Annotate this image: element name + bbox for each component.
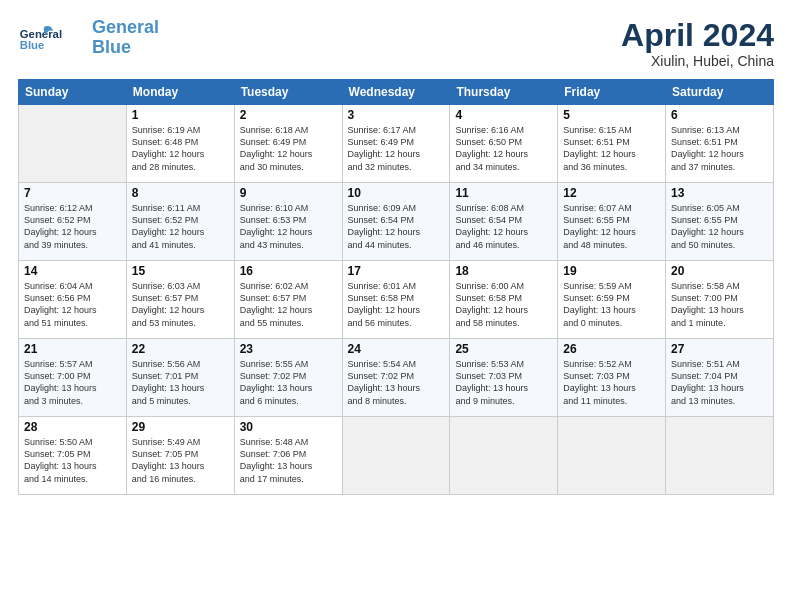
calendar-cell: 12Sunrise: 6:07 AM Sunset: 6:55 PM Dayli…	[558, 183, 666, 261]
weekday-header-tuesday: Tuesday	[234, 80, 342, 105]
calendar-cell	[342, 417, 450, 495]
cell-info: Sunrise: 6:03 AM Sunset: 6:57 PM Dayligh…	[132, 280, 229, 329]
day-number: 17	[348, 264, 445, 278]
day-number: 14	[24, 264, 121, 278]
day-number: 28	[24, 420, 121, 434]
day-number: 4	[455, 108, 552, 122]
calendar-table: SundayMondayTuesdayWednesdayThursdayFrid…	[18, 79, 774, 495]
calendar-cell: 11Sunrise: 6:08 AM Sunset: 6:54 PM Dayli…	[450, 183, 558, 261]
cell-info: Sunrise: 5:55 AM Sunset: 7:02 PM Dayligh…	[240, 358, 337, 407]
weekday-header-saturday: Saturday	[666, 80, 774, 105]
cell-info: Sunrise: 6:04 AM Sunset: 6:56 PM Dayligh…	[24, 280, 121, 329]
cell-info: Sunrise: 6:08 AM Sunset: 6:54 PM Dayligh…	[455, 202, 552, 251]
calendar-cell	[666, 417, 774, 495]
calendar-cell: 18Sunrise: 6:00 AM Sunset: 6:58 PM Dayli…	[450, 261, 558, 339]
title-block: April 2024 Xiulin, Hubei, China	[621, 18, 774, 69]
cell-info: Sunrise: 5:53 AM Sunset: 7:03 PM Dayligh…	[455, 358, 552, 407]
day-number: 2	[240, 108, 337, 122]
day-number: 25	[455, 342, 552, 356]
cell-info: Sunrise: 6:12 AM Sunset: 6:52 PM Dayligh…	[24, 202, 121, 251]
calendar-cell	[558, 417, 666, 495]
weekday-header-row: SundayMondayTuesdayWednesdayThursdayFrid…	[19, 80, 774, 105]
weekday-header-friday: Friday	[558, 80, 666, 105]
day-number: 29	[132, 420, 229, 434]
cell-info: Sunrise: 6:17 AM Sunset: 6:49 PM Dayligh…	[348, 124, 445, 173]
calendar-cell: 7Sunrise: 6:12 AM Sunset: 6:52 PM Daylig…	[19, 183, 127, 261]
day-number: 23	[240, 342, 337, 356]
logo-icon: General Blue	[18, 22, 88, 54]
calendar-cell: 17Sunrise: 6:01 AM Sunset: 6:58 PM Dayli…	[342, 261, 450, 339]
calendar-cell: 15Sunrise: 6:03 AM Sunset: 6:57 PM Dayli…	[126, 261, 234, 339]
calendar-cell: 2Sunrise: 6:18 AM Sunset: 6:49 PM Daylig…	[234, 105, 342, 183]
day-number: 22	[132, 342, 229, 356]
calendar-week-row: 14Sunrise: 6:04 AM Sunset: 6:56 PM Dayli…	[19, 261, 774, 339]
cell-info: Sunrise: 6:00 AM Sunset: 6:58 PM Dayligh…	[455, 280, 552, 329]
day-number: 8	[132, 186, 229, 200]
cell-info: Sunrise: 6:01 AM Sunset: 6:58 PM Dayligh…	[348, 280, 445, 329]
day-number: 7	[24, 186, 121, 200]
day-number: 21	[24, 342, 121, 356]
day-number: 13	[671, 186, 768, 200]
cell-info: Sunrise: 6:13 AM Sunset: 6:51 PM Dayligh…	[671, 124, 768, 173]
calendar-week-row: 7Sunrise: 6:12 AM Sunset: 6:52 PM Daylig…	[19, 183, 774, 261]
calendar-cell: 26Sunrise: 5:52 AM Sunset: 7:03 PM Dayli…	[558, 339, 666, 417]
calendar-cell: 14Sunrise: 6:04 AM Sunset: 6:56 PM Dayli…	[19, 261, 127, 339]
cell-info: Sunrise: 6:18 AM Sunset: 6:49 PM Dayligh…	[240, 124, 337, 173]
weekday-header-sunday: Sunday	[19, 80, 127, 105]
calendar-cell	[450, 417, 558, 495]
calendar-cell: 27Sunrise: 5:51 AM Sunset: 7:04 PM Dayli…	[666, 339, 774, 417]
calendar-cell: 5Sunrise: 6:15 AM Sunset: 6:51 PM Daylig…	[558, 105, 666, 183]
cell-info: Sunrise: 5:52 AM Sunset: 7:03 PM Dayligh…	[563, 358, 660, 407]
calendar-cell: 30Sunrise: 5:48 AM Sunset: 7:06 PM Dayli…	[234, 417, 342, 495]
day-number: 11	[455, 186, 552, 200]
calendar-cell: 28Sunrise: 5:50 AM Sunset: 7:05 PM Dayli…	[19, 417, 127, 495]
cell-info: Sunrise: 5:48 AM Sunset: 7:06 PM Dayligh…	[240, 436, 337, 485]
day-number: 12	[563, 186, 660, 200]
calendar-cell: 25Sunrise: 5:53 AM Sunset: 7:03 PM Dayli…	[450, 339, 558, 417]
cell-info: Sunrise: 6:15 AM Sunset: 6:51 PM Dayligh…	[563, 124, 660, 173]
cell-info: Sunrise: 6:05 AM Sunset: 6:55 PM Dayligh…	[671, 202, 768, 251]
calendar-cell: 20Sunrise: 5:58 AM Sunset: 7:00 PM Dayli…	[666, 261, 774, 339]
calendar-week-row: 21Sunrise: 5:57 AM Sunset: 7:00 PM Dayli…	[19, 339, 774, 417]
calendar-cell: 24Sunrise: 5:54 AM Sunset: 7:02 PM Dayli…	[342, 339, 450, 417]
cell-info: Sunrise: 5:58 AM Sunset: 7:00 PM Dayligh…	[671, 280, 768, 329]
page-container: General Blue General Blue April 2024 Xiu…	[0, 0, 792, 505]
calendar-cell: 3Sunrise: 6:17 AM Sunset: 6:49 PM Daylig…	[342, 105, 450, 183]
day-number: 27	[671, 342, 768, 356]
svg-text:Blue: Blue	[20, 38, 45, 50]
cell-info: Sunrise: 6:11 AM Sunset: 6:52 PM Dayligh…	[132, 202, 229, 251]
day-number: 15	[132, 264, 229, 278]
cell-info: Sunrise: 6:07 AM Sunset: 6:55 PM Dayligh…	[563, 202, 660, 251]
day-number: 6	[671, 108, 768, 122]
calendar-cell: 22Sunrise: 5:56 AM Sunset: 7:01 PM Dayli…	[126, 339, 234, 417]
cell-info: Sunrise: 5:57 AM Sunset: 7:00 PM Dayligh…	[24, 358, 121, 407]
month-title: April 2024	[621, 18, 774, 53]
cell-info: Sunrise: 5:50 AM Sunset: 7:05 PM Dayligh…	[24, 436, 121, 485]
day-number: 20	[671, 264, 768, 278]
day-number: 26	[563, 342, 660, 356]
calendar-cell: 8Sunrise: 6:11 AM Sunset: 6:52 PM Daylig…	[126, 183, 234, 261]
logo: General Blue General Blue	[18, 18, 159, 58]
calendar-cell: 6Sunrise: 6:13 AM Sunset: 6:51 PM Daylig…	[666, 105, 774, 183]
weekday-header-wednesday: Wednesday	[342, 80, 450, 105]
day-number: 10	[348, 186, 445, 200]
cell-info: Sunrise: 5:54 AM Sunset: 7:02 PM Dayligh…	[348, 358, 445, 407]
calendar-week-row: 1Sunrise: 6:19 AM Sunset: 6:48 PM Daylig…	[19, 105, 774, 183]
cell-info: Sunrise: 6:19 AM Sunset: 6:48 PM Dayligh…	[132, 124, 229, 173]
weekday-header-monday: Monday	[126, 80, 234, 105]
calendar-cell: 10Sunrise: 6:09 AM Sunset: 6:54 PM Dayli…	[342, 183, 450, 261]
logo-line2: Blue	[92, 37, 131, 57]
day-number: 18	[455, 264, 552, 278]
day-number: 30	[240, 420, 337, 434]
cell-info: Sunrise: 5:59 AM Sunset: 6:59 PM Dayligh…	[563, 280, 660, 329]
logo-text: General Blue	[92, 18, 159, 58]
day-number: 9	[240, 186, 337, 200]
cell-info: Sunrise: 6:16 AM Sunset: 6:50 PM Dayligh…	[455, 124, 552, 173]
cell-info: Sunrise: 5:49 AM Sunset: 7:05 PM Dayligh…	[132, 436, 229, 485]
cell-info: Sunrise: 5:56 AM Sunset: 7:01 PM Dayligh…	[132, 358, 229, 407]
day-number: 19	[563, 264, 660, 278]
cell-info: Sunrise: 6:02 AM Sunset: 6:57 PM Dayligh…	[240, 280, 337, 329]
day-number: 3	[348, 108, 445, 122]
logo-line1: General	[92, 17, 159, 37]
weekday-header-thursday: Thursday	[450, 80, 558, 105]
